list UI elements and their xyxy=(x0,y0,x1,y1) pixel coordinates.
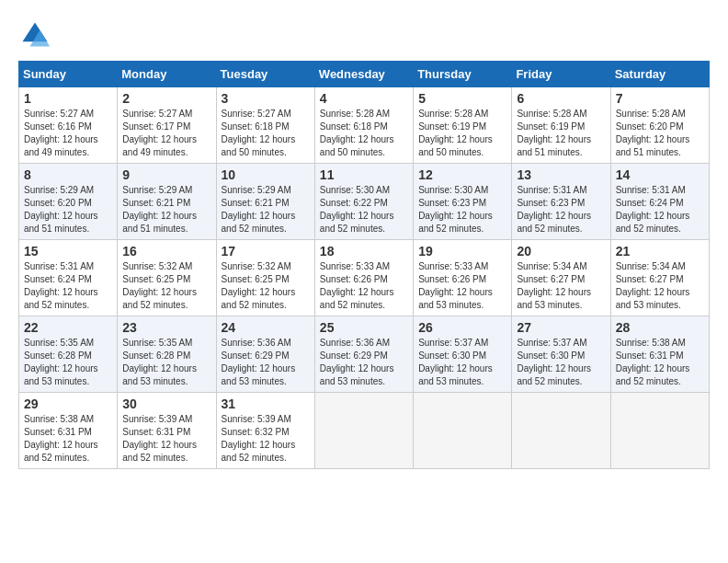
calendar-cell: 19 Sunrise: 5:33 AM Sunset: 6:26 PM Dayl… xyxy=(414,240,512,316)
day-info: Sunrise: 5:29 AM Sunset: 6:20 PM Dayligh… xyxy=(24,184,112,236)
day-number: 26 xyxy=(418,320,506,335)
calendar-week-4: 22 Sunrise: 5:35 AM Sunset: 6:28 PM Dayl… xyxy=(19,316,710,393)
day-info: Sunrise: 5:29 AM Sunset: 6:21 PM Dayligh… xyxy=(122,184,210,236)
calendar-cell: 1 Sunrise: 5:27 AM Sunset: 6:16 PM Dayli… xyxy=(19,87,118,164)
day-info: Sunrise: 5:35 AM Sunset: 6:28 PM Dayligh… xyxy=(24,337,112,388)
day-info: Sunrise: 5:27 AM Sunset: 6:16 PM Dayligh… xyxy=(24,108,112,159)
calendar-week-3: 15 Sunrise: 5:31 AM Sunset: 6:24 PM Dayl… xyxy=(19,240,710,316)
day-number: 7 xyxy=(616,91,704,106)
calendar-cell: 6 Sunrise: 5:28 AM Sunset: 6:19 PM Dayli… xyxy=(512,87,610,164)
day-info: Sunrise: 5:28 AM Sunset: 6:18 PM Dayligh… xyxy=(320,108,408,159)
day-info: Sunrise: 5:34 AM Sunset: 6:27 PM Dayligh… xyxy=(616,260,704,312)
calendar-cell: 12 Sunrise: 5:30 AM Sunset: 6:23 PM Dayl… xyxy=(414,164,512,240)
day-number: 31 xyxy=(222,396,310,411)
day-number: 23 xyxy=(122,320,210,335)
day-info: Sunrise: 5:31 AM Sunset: 6:23 PM Dayligh… xyxy=(517,184,605,236)
calendar-cell: 31 Sunrise: 5:39 AM Sunset: 6:32 PM Dayl… xyxy=(216,393,314,469)
calendar-cell: 4 Sunrise: 5:28 AM Sunset: 6:18 PM Dayli… xyxy=(314,87,413,164)
calendar-cell: 18 Sunrise: 5:33 AM Sunset: 6:26 PM Dayl… xyxy=(314,240,413,316)
day-number: 5 xyxy=(418,91,506,106)
calendar-cell: 26 Sunrise: 5:37 AM Sunset: 6:30 PM Dayl… xyxy=(414,316,512,393)
day-number: 2 xyxy=(122,91,210,106)
day-number: 25 xyxy=(320,320,408,335)
day-info: Sunrise: 5:31 AM Sunset: 6:24 PM Dayligh… xyxy=(24,260,112,312)
day-info: Sunrise: 5:30 AM Sunset: 6:22 PM Dayligh… xyxy=(320,184,408,236)
column-header-saturday: Saturday xyxy=(610,62,709,87)
day-number: 27 xyxy=(517,320,605,335)
calendar-cell: 9 Sunrise: 5:29 AM Sunset: 6:21 PM Dayli… xyxy=(118,164,216,240)
calendar-table: SundayMondayTuesdayWednesdayThursdayFrid… xyxy=(18,61,710,469)
day-number: 18 xyxy=(320,244,408,259)
day-info: Sunrise: 5:36 AM Sunset: 6:29 PM Dayligh… xyxy=(222,337,310,388)
day-number: 19 xyxy=(418,244,506,259)
day-number: 14 xyxy=(616,167,704,182)
day-number: 21 xyxy=(616,244,704,259)
day-info: Sunrise: 5:33 AM Sunset: 6:26 PM Dayligh… xyxy=(320,260,408,312)
day-info: Sunrise: 5:38 AM Sunset: 6:31 PM Dayligh… xyxy=(616,337,704,388)
day-info: Sunrise: 5:31 AM Sunset: 6:24 PM Dayligh… xyxy=(616,184,704,236)
calendar-cell: 25 Sunrise: 5:36 AM Sunset: 6:29 PM Dayl… xyxy=(314,316,413,393)
day-info: Sunrise: 5:32 AM Sunset: 6:25 PM Dayligh… xyxy=(222,260,310,312)
day-number: 1 xyxy=(24,91,112,106)
calendar-cell xyxy=(414,393,512,469)
day-number: 28 xyxy=(616,320,704,335)
calendar-cell: 5 Sunrise: 5:28 AM Sunset: 6:19 PM Dayli… xyxy=(414,87,512,164)
column-header-sunday: Sunday xyxy=(19,62,118,87)
calendar-cell: 30 Sunrise: 5:39 AM Sunset: 6:31 PM Dayl… xyxy=(118,393,216,469)
day-info: Sunrise: 5:27 AM Sunset: 6:18 PM Dayligh… xyxy=(222,108,310,159)
day-number: 4 xyxy=(320,91,408,106)
day-number: 3 xyxy=(222,91,310,106)
column-header-thursday: Thursday xyxy=(414,62,512,87)
calendar-cell: 24 Sunrise: 5:36 AM Sunset: 6:29 PM Dayl… xyxy=(216,316,314,393)
calendar-cell: 22 Sunrise: 5:35 AM Sunset: 6:28 PM Dayl… xyxy=(19,316,118,393)
calendar-cell: 16 Sunrise: 5:32 AM Sunset: 6:25 PM Dayl… xyxy=(118,240,216,316)
day-info: Sunrise: 5:33 AM Sunset: 6:26 PM Dayligh… xyxy=(418,260,506,312)
day-info: Sunrise: 5:28 AM Sunset: 6:19 PM Dayligh… xyxy=(418,108,506,159)
day-info: Sunrise: 5:35 AM Sunset: 6:28 PM Dayligh… xyxy=(122,337,210,388)
calendar-cell: 8 Sunrise: 5:29 AM Sunset: 6:20 PM Dayli… xyxy=(19,164,118,240)
calendar-cell: 27 Sunrise: 5:37 AM Sunset: 6:30 PM Dayl… xyxy=(512,316,610,393)
calendar-cell: 17 Sunrise: 5:32 AM Sunset: 6:25 PM Dayl… xyxy=(216,240,314,316)
day-number: 16 xyxy=(122,244,210,259)
day-number: 15 xyxy=(24,244,112,259)
day-number: 13 xyxy=(517,167,605,182)
day-info: Sunrise: 5:29 AM Sunset: 6:21 PM Dayligh… xyxy=(222,184,310,236)
header-row: SundayMondayTuesdayWednesdayThursdayFrid… xyxy=(19,62,710,87)
calendar-cell: 7 Sunrise: 5:28 AM Sunset: 6:20 PM Dayli… xyxy=(610,87,709,164)
calendar-cell: 14 Sunrise: 5:31 AM Sunset: 6:24 PM Dayl… xyxy=(610,164,709,240)
calendar-cell: 23 Sunrise: 5:35 AM Sunset: 6:28 PM Dayl… xyxy=(118,316,216,393)
day-number: 8 xyxy=(24,167,112,182)
day-info: Sunrise: 5:37 AM Sunset: 6:30 PM Dayligh… xyxy=(517,337,605,388)
day-number: 24 xyxy=(222,320,310,335)
calendar-cell xyxy=(512,393,610,469)
day-number: 17 xyxy=(222,244,310,259)
calendar-cell: 13 Sunrise: 5:31 AM Sunset: 6:23 PM Dayl… xyxy=(512,164,610,240)
logo-icon xyxy=(18,18,51,52)
column-header-tuesday: Tuesday xyxy=(216,62,314,87)
day-info: Sunrise: 5:28 AM Sunset: 6:20 PM Dayligh… xyxy=(616,108,704,159)
calendar-cell: 20 Sunrise: 5:34 AM Sunset: 6:27 PM Dayl… xyxy=(512,240,610,316)
day-number: 29 xyxy=(24,396,112,411)
column-header-friday: Friday xyxy=(512,62,610,87)
day-number: 30 xyxy=(122,396,210,411)
day-info: Sunrise: 5:38 AM Sunset: 6:31 PM Dayligh… xyxy=(24,413,112,465)
day-number: 10 xyxy=(222,167,310,182)
calendar-cell: 28 Sunrise: 5:38 AM Sunset: 6:31 PM Dayl… xyxy=(610,316,709,393)
calendar-cell xyxy=(610,393,709,469)
column-header-monday: Monday xyxy=(118,62,216,87)
calendar-cell: 3 Sunrise: 5:27 AM Sunset: 6:18 PM Dayli… xyxy=(216,87,314,164)
day-info: Sunrise: 5:34 AM Sunset: 6:27 PM Dayligh… xyxy=(517,260,605,312)
calendar-cell: 29 Sunrise: 5:38 AM Sunset: 6:31 PM Dayl… xyxy=(19,393,118,469)
day-info: Sunrise: 5:32 AM Sunset: 6:25 PM Dayligh… xyxy=(122,260,210,312)
day-number: 12 xyxy=(418,167,506,182)
day-number: 6 xyxy=(517,91,605,106)
calendar-week-1: 1 Sunrise: 5:27 AM Sunset: 6:16 PM Dayli… xyxy=(19,87,710,164)
calendar-cell: 15 Sunrise: 5:31 AM Sunset: 6:24 PM Dayl… xyxy=(19,240,118,316)
day-number: 20 xyxy=(517,244,605,259)
day-info: Sunrise: 5:36 AM Sunset: 6:29 PM Dayligh… xyxy=(320,337,408,388)
calendar-cell: 11 Sunrise: 5:30 AM Sunset: 6:22 PM Dayl… xyxy=(314,164,413,240)
day-number: 9 xyxy=(122,167,210,182)
day-number: 11 xyxy=(320,167,408,182)
column-header-wednesday: Wednesday xyxy=(314,62,413,87)
day-info: Sunrise: 5:27 AM Sunset: 6:17 PM Dayligh… xyxy=(122,108,210,159)
